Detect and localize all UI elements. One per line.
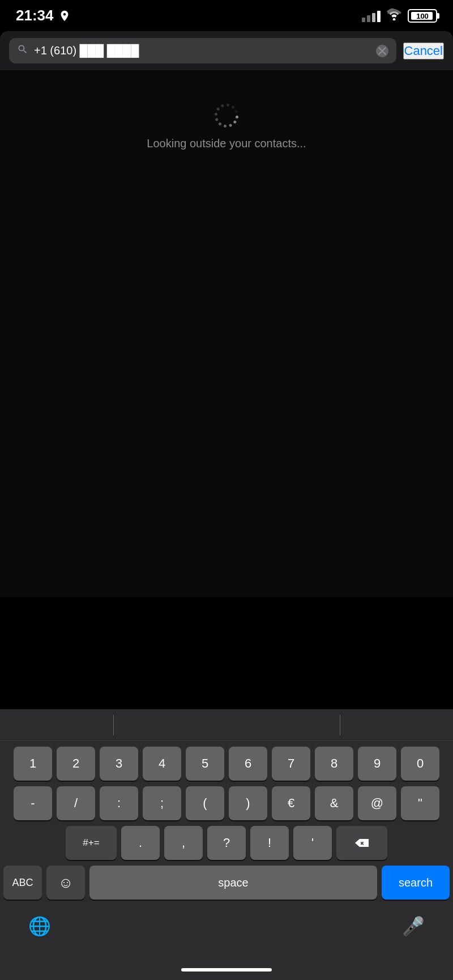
search-input-wrap[interactable]: +1 (610) ███ ████ — [9, 38, 396, 63]
key-question[interactable]: ? — [207, 826, 246, 860]
key-abc[interactable]: ABC — [3, 866, 42, 900]
symbol-row: - / : ; ( ) € & @ " — [3, 786, 450, 820]
location-icon — [58, 10, 71, 22]
key-at[interactable]: @ — [358, 786, 396, 820]
key-8[interactable]: 8 — [315, 747, 353, 781]
keys-wrap: 1 2 3 4 5 6 7 8 9 0 - / : ; ( ) € & @ " … — [0, 741, 453, 909]
microphone-icon[interactable]: 🎤 — [402, 915, 425, 937]
battery-icon: 100 — [408, 9, 437, 23]
wifi-icon — [386, 8, 402, 24]
main-content: Looking outside your contacts... — [0, 70, 453, 597]
search-input-text[interactable]: +1 (610) ███ ████ — [34, 44, 370, 57]
status-time: 21:34 — [16, 7, 71, 24]
key-open-paren[interactable]: ( — [186, 786, 224, 820]
divider-left — [113, 715, 114, 735]
key-ampersand[interactable]: & — [315, 786, 353, 820]
loading-text: Looking outside your contacts... — [147, 137, 306, 150]
key-4[interactable]: 4 — [143, 747, 181, 781]
misc-row: #+= . , ? ! ' — [3, 826, 450, 860]
key-semicolon[interactable]: ; — [143, 786, 181, 820]
key-emoji[interactable]: ☺ — [46, 866, 85, 900]
home-indicator — [0, 960, 453, 980]
key-close-paren[interactable]: ) — [229, 786, 267, 820]
signal-bars — [362, 10, 381, 22]
svg-point-0 — [393, 18, 396, 20]
home-bar — [181, 968, 272, 972]
key-9[interactable]: 9 — [358, 747, 396, 781]
search-clear-button[interactable] — [376, 45, 388, 57]
key-period[interactable]: . — [121, 826, 160, 860]
status-bar: 21:34 100 — [0, 0, 453, 31]
loading-spinner — [215, 104, 238, 127]
key-7[interactable]: 7 — [272, 747, 310, 781]
key-colon[interactable]: : — [100, 786, 138, 820]
key-comma[interactable]: , — [164, 826, 203, 860]
key-space[interactable]: space — [89, 866, 377, 900]
key-1[interactable]: 1 — [14, 747, 52, 781]
autocomplete-bar — [0, 709, 453, 741]
key-dash[interactable]: - — [14, 786, 52, 820]
key-0[interactable]: 0 — [401, 747, 439, 781]
key-quote[interactable]: " — [401, 786, 439, 820]
divider-right — [340, 715, 340, 735]
key-3[interactable]: 3 — [100, 747, 138, 781]
key-exclamation[interactable]: ! — [250, 826, 289, 860]
key-6[interactable]: 6 — [229, 747, 267, 781]
number-row: 1 2 3 4 5 6 7 8 9 0 — [3, 747, 450, 781]
key-5[interactable]: 5 — [186, 747, 224, 781]
status-icons: 100 — [362, 8, 437, 24]
key-hashtag[interactable]: #+= — [66, 826, 117, 860]
keyboard[interactable]: 1 2 3 4 5 6 7 8 9 0 - / : ; ( ) € & @ " … — [0, 709, 453, 980]
search-icon — [17, 44, 28, 58]
key-slash[interactable]: / — [57, 786, 95, 820]
bottom-row: ABC ☺ space search — [3, 866, 450, 900]
key-euro[interactable]: € — [272, 786, 310, 820]
globe-icon[interactable]: 🌐 — [28, 915, 51, 937]
keyboard-bottom-bar: 🌐 🎤 — [0, 909, 453, 960]
backspace-key[interactable] — [336, 826, 387, 860]
key-2[interactable]: 2 — [57, 747, 95, 781]
key-apostrophe[interactable]: ' — [293, 826, 332, 860]
cancel-button[interactable]: Cancel — [403, 42, 444, 59]
search-key[interactable]: search — [382, 866, 450, 900]
search-bar-container: +1 (610) ███ ████ Cancel — [0, 31, 453, 70]
